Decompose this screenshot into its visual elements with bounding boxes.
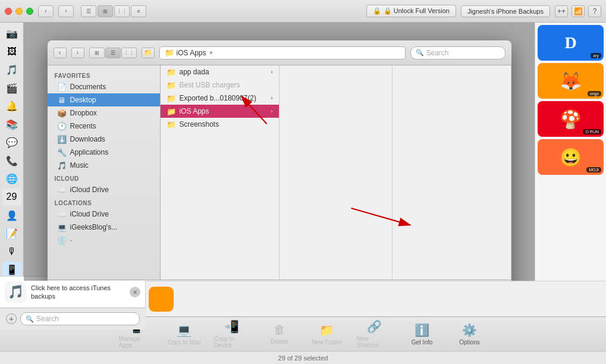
dsb-item-desktop[interactable]: 🖥 Desktop	[48, 93, 160, 106]
file-item-exported[interactable]: 📁 Exported b...0180907(2) ›	[161, 92, 279, 105]
search-field[interactable]: 🔍 Search	[20, 312, 140, 325]
columns-view-btn[interactable]: ⋮⋮	[114, 5, 130, 17]
file-item-iosapps[interactable]: 📁 iOS Apps ›	[161, 105, 279, 118]
sidebar-item-calendar[interactable]: 29	[2, 189, 21, 206]
file-item-screenshots[interactable]: 📁 Screenshots	[161, 118, 279, 131]
file-label: Best USB chargers	[180, 81, 240, 89]
file-panes: 📁 app dada › 📁 Best USB chargers 📁	[161, 65, 511, 280]
more-view-btn[interactable]: ≡	[131, 5, 146, 17]
dialog-location-button[interactable]: 📁	[142, 48, 155, 58]
music-icon: 🎵	[57, 161, 67, 170]
sidebar-item-camera[interactable]: 📷	[2, 25, 21, 42]
maximize-button[interactable]	[26, 8, 33, 15]
close-button[interactable]	[5, 8, 12, 15]
search-field-icon: 🔍	[26, 315, 34, 323]
itunes-icon: 🎵	[5, 281, 26, 303]
right-app-emoji[interactable]: 😀 MOJI	[538, 139, 604, 175]
get-info-label: Get Info	[412, 339, 433, 346]
disk-icon: 💿	[57, 236, 67, 245]
sidebar-item-notes[interactable]: 📝	[2, 225, 21, 242]
dsb-item-applications[interactable]: 🔧 Applications	[48, 146, 160, 159]
dsb-item-igeeks[interactable]: 💻 iGeeksBlog's...	[48, 221, 160, 234]
dsb-item-music[interactable]: 🎵 Music	[48, 159, 160, 172]
applications-icon: 🔧	[57, 148, 67, 157]
notification-close-button[interactable]: ✕	[130, 287, 140, 297]
toolbar-delete[interactable]: 🗑 Delete	[262, 323, 297, 345]
lock-icon: 🔒	[373, 7, 381, 15]
dsb-label-music: Music	[70, 161, 89, 170]
dsb-label-downloads: Downloads	[70, 135, 105, 143]
file-label: iOS Apps	[180, 107, 209, 115]
dsb-item-downloads[interactable]: ⬇️ Downloads	[48, 133, 160, 146]
dsb-label-recents: Recents	[70, 122, 96, 130]
dsb-item-disk[interactable]: 💿 ·	[48, 234, 160, 247]
dialog-back-button[interactable]: ‹	[54, 48, 67, 58]
list-view-btn[interactable]: ☰	[81, 5, 96, 17]
icloud-loc-icon: ☁️	[57, 210, 67, 219]
toolbar-options[interactable]: ⚙️ Options	[452, 323, 488, 346]
iphone-tab[interactable]: Jignesh's iPhone Backups	[461, 5, 550, 17]
dsb-item-dropbox[interactable]: 📦 Dropbox	[48, 106, 160, 120]
dialog-path[interactable]: 📁 iOS Apps ▼	[159, 46, 406, 59]
toolbar-get-info[interactable]: ℹ️ Get Info	[404, 323, 440, 346]
locations-section-header: Locations	[48, 196, 160, 208]
dsb-item-icloud[interactable]: ☁️ iCloud Drive	[48, 183, 160, 196]
dialog-forward-button[interactable]: ›	[71, 48, 84, 58]
right-app-mario[interactable]: 🍄 O RUN	[538, 101, 604, 137]
thumb-orange[interactable]	[149, 287, 174, 312]
toolbar-new-folder[interactable]: 📁 New Folder	[309, 323, 345, 346]
sidebar-item-contacts[interactable]: 👤	[2, 207, 21, 224]
file-item-usb[interactable]: 📁 Best USB chargers	[161, 79, 279, 92]
sidebar-item-phone[interactable]: 📞	[2, 152, 21, 170]
dsb-label-icloud-loc: iCloud Drive	[70, 210, 109, 218]
toolbar-copy-to-device[interactable]: 📲 Copy to Device	[214, 319, 250, 349]
right-app-fox[interactable]: 🦊 ongs	[538, 63, 604, 99]
right-panel: D ary 🦊 ongs 🍄 O RUN 😀 MOJI	[535, 23, 606, 281]
igeeks-icon: 💻	[57, 223, 67, 232]
grid-view-btn[interactable]: ⊞	[98, 5, 113, 17]
toolbar-copy-to-mac[interactable]: 💻 Copy to Mac	[167, 323, 202, 346]
sidebar-item-video[interactable]: 🎬	[2, 80, 21, 97]
add-button[interactable]: +	[6, 313, 17, 324]
expand-button[interactable]: ++	[555, 5, 568, 17]
manage-apps-label: Manage Apps	[119, 335, 155, 349]
forward-button[interactable]: ›	[58, 5, 74, 17]
dict-label: ary	[591, 53, 601, 58]
sidebar-item-voice[interactable]: 🎙	[2, 243, 21, 261]
path-chevron: ▼	[209, 50, 214, 56]
minimize-button[interactable]	[15, 8, 23, 15]
dsb-item-icloud-loc[interactable]: ☁️ iCloud Drive	[48, 208, 160, 221]
file-item-appdada[interactable]: 📁 app dada ›	[161, 65, 279, 79]
app-window: ‹ › ☰ ⊞ ⋮⋮ ≡ 🔒 🔒 Unlock Full Version Jig…	[0, 0, 606, 364]
toolbar-new-shortcut[interactable]: 🔗 New Shortcut	[357, 319, 393, 349]
file-label: Exported b...0180907(2)	[180, 94, 256, 102]
sidebar-item-safari[interactable]: 🌐	[2, 171, 21, 188]
dialog-view-columns[interactable]: ⋮⋮	[121, 48, 137, 58]
get-info-icon: ℹ️	[415, 323, 429, 337]
sidebar-item-messages[interactable]: 💬	[2, 134, 21, 151]
wifi-icon[interactable]: 📶	[572, 5, 585, 17]
sidebar-item-photos[interactable]: 🖼	[2, 43, 21, 61]
help-button[interactable]: ?	[588, 5, 601, 17]
sidebar-item-music[interactable]: 🎵	[2, 61, 21, 79]
dsb-item-recents[interactable]: 🕐 Recents	[48, 120, 160, 133]
right-app-dict[interactable]: D ary	[538, 25, 604, 61]
file-label: app dada	[180, 68, 209, 76]
unlock-button[interactable]: 🔒 🔒 Unlock Full Version	[366, 5, 456, 17]
dialog-view-list[interactable]: ☰	[105, 48, 121, 58]
folder-icon: 📁	[167, 94, 176, 103]
new-shortcut-icon: 🔗	[367, 319, 382, 334]
dsb-item-documents[interactable]: 📄 Documents	[48, 80, 160, 93]
dsb-label-icloud: iCloud Drive	[70, 186, 109, 194]
view-controls: ☰ ⊞ ⋮⋮ ≡	[81, 5, 146, 17]
dialog-view-icons[interactable]: ⊞	[89, 48, 105, 58]
dialog-overlay: ‹ › ⊞ ☰ ⋮⋮ 📁 📁 iOS Apps ▼	[24, 23, 535, 281]
back-button[interactable]: ‹	[38, 5, 54, 17]
new-folder-label: New Folder	[312, 339, 342, 346]
copy-device-label: Copy to Device	[214, 335, 250, 349]
dialog-path-label: iOS Apps	[177, 49, 206, 57]
content-area: ‹ › ⊞ ☰ ⋮⋮ 📁 📁 iOS Apps ▼	[24, 23, 535, 281]
sidebar-item-books[interactable]: 📚	[2, 116, 21, 133]
sidebar-item-ringtones[interactable]: 🔔	[2, 98, 21, 115]
dialog-search-box[interactable]: 🔍 Search	[410, 46, 505, 59]
